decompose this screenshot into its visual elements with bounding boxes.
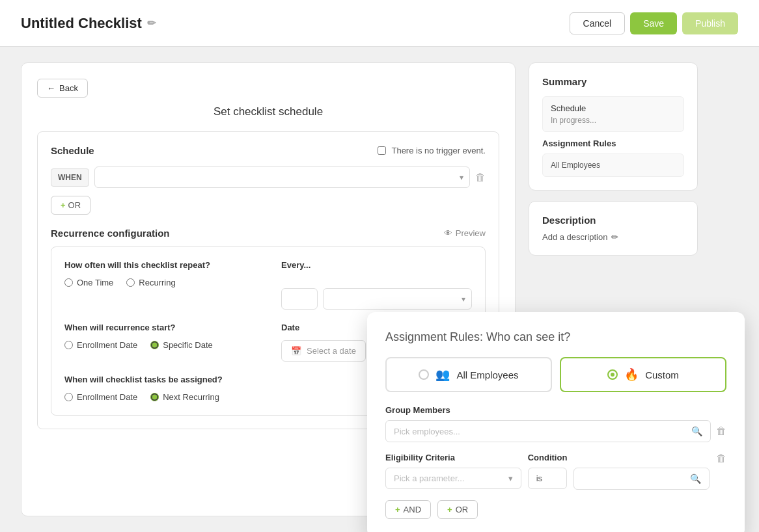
or2-button[interactable]: + OR [437,500,478,519]
recurring-radio[interactable] [126,278,135,287]
date-select-button[interactable]: 📅 Select a date [281,340,366,362]
preview-link[interactable]: 👁 Preview [444,228,486,238]
add-description-label: Add a description [542,232,607,242]
schedule-summary-label: Schedule [551,103,676,113]
recurrence-title: Recurrence configuration [51,228,170,239]
schedule-summary-item: Schedule In progress... [542,96,684,132]
custom-icon: 🔥 [624,367,639,382]
enrollment-date2-radio[interactable] [64,393,73,401]
every-row: ▾ [281,288,472,310]
recurrence-row-1: How often will this checklist repeat? On… [64,260,472,310]
summary-title: Summary [542,76,684,87]
when-start-label: When will recurrence start? [64,323,255,332]
and-button[interactable]: + AND [385,500,431,519]
assignment-rules-section: Assignment Rules All Employees [542,139,684,177]
is-badge: is [528,468,568,489]
back-arrow-icon: ← [47,83,55,93]
description-card: Description Add a description ✏ [529,201,698,256]
condition-value-input[interactable]: 🔍 [573,468,710,490]
employees-search-icon: 🔍 [691,426,702,436]
pick-employees-placeholder: Pick employees... [394,427,460,436]
delete-when-icon[interactable]: 🗑 [475,172,486,183]
enrollment-date2-label: Enrollment Date [77,392,137,402]
calendar-icon: 📅 [291,346,301,356]
schedule-header: Schedule There is no trigger event. [51,145,486,156]
assignment-rules-overlay: Assignment Rules: Who can see it? 👥 All … [367,312,745,532]
back-button[interactable]: ← Back [37,79,88,98]
one-time-label: One Time [77,278,113,287]
overlay-title: Assignment Rules: Who can see it? [385,330,726,344]
when-start-col: When will recurrence start? Enrollment D… [64,323,255,362]
summary-card: Summary Schedule In progress... Assignme… [529,62,698,191]
recurring-label: Recurring [139,278,175,287]
when-select[interactable] [94,166,470,188]
specific-date-label: Specific Date [163,340,213,350]
one-time-radio-item[interactable]: One Time [64,278,113,287]
next-recurring-radio-item[interactable]: Next Recurring [150,392,219,402]
next-recurring-radio[interactable] [150,393,159,401]
group-members-input-row: Pick employees... 🔍 🗑 [385,420,726,442]
param-placeholder: Pick a parameter... [394,473,504,483]
next-recurring-label: Next Recurring [163,392,219,402]
eligibility-param-select[interactable]: Pick a parameter... ▾ [385,468,521,489]
every-col: Every... ▾ [281,260,472,310]
all-employees-icon: 👥 [435,367,450,382]
delete-employees-icon[interactable]: 🗑 [716,425,726,437]
or-label: OR [68,200,81,210]
eligibility-criteria-col: Eligibility Criteria Pick a parameter...… [385,453,521,489]
assignment-rules-item: All Employees [542,153,684,177]
schedule-summary-value: In progress... [551,116,676,125]
group-members-section: Group Members Pick employees... 🔍 🗑 [385,405,726,442]
enrollment-date-radio[interactable] [64,341,73,349]
how-often-col: How often will this checklist repeat? On… [64,260,255,310]
enrollment-date-radio-item[interactable]: Enrollment Date [64,340,137,350]
trigger-checkbox-label[interactable]: There is no trigger event. [378,146,486,155]
recurrence-header: Recurrence configuration 👁 Preview [51,228,486,239]
enrollment-date-label: Enrollment Date [77,340,137,350]
select-date-label: Select a date [307,346,356,356]
assignment-rules-label: Assignment Rules [542,139,684,148]
specific-date-radio[interactable] [150,341,159,349]
and-label: AND [404,505,421,514]
recurring-radio-item[interactable]: Recurring [126,278,175,287]
eligibility-criteria-label: Eligibility Criteria [385,453,521,462]
trigger-checkbox-input[interactable] [378,146,386,155]
pick-employees-input[interactable]: Pick employees... 🔍 [385,420,711,442]
assignment-rules-value: All Employees [551,161,676,170]
publish-button[interactable]: Publish [682,12,738,34]
every-label: Every... [281,260,472,270]
param-arrow-icon: ▾ [508,473,513,483]
edit-title-icon[interactable]: ✏ [147,17,156,29]
cancel-button[interactable]: Cancel [570,12,626,34]
or-plus-icon: + [61,200,66,210]
enrollment-date2-radio-item[interactable]: Enrollment Date [64,392,137,402]
description-title: Description [542,215,684,226]
every-number-input[interactable] [281,288,318,310]
one-time-radio[interactable] [64,278,73,287]
panel-title: Set checklist schedule [37,105,499,118]
assignment-toggle-row: 👥 All Employees 🔥 Custom [385,357,726,392]
page-title: Untitled Checklist [21,15,142,32]
start-radio-group: Enrollment Date Specific Date [64,340,255,350]
add-description-button[interactable]: Add a description ✏ [542,232,684,242]
when-row: WHEN ▾ 🗑 [51,166,486,188]
or-button[interactable]: + OR [51,196,90,215]
save-button[interactable]: Save [630,12,677,34]
eligibility-section: Eligibility Criteria Pick a parameter...… [385,453,726,490]
or2-plus-icon: + [447,505,452,514]
back-label: Back [59,83,78,93]
condition-value-spacer [573,453,710,462]
header: Untitled Checklist ✏ Cancel Save Publish [0,0,759,47]
custom-toggle[interactable]: 🔥 Custom [560,357,726,392]
condition-is-col: Condition is [528,453,568,489]
preview-label: Preview [456,228,486,238]
or2-label: OR [456,505,469,514]
when-badge: WHEN [51,168,89,187]
overlay-title-sub: Who can see it? [486,330,570,343]
every-period-select[interactable] [323,288,472,310]
how-often-label: How often will this checklist repeat? [64,260,255,270]
specific-date-radio-item[interactable]: Specific Date [150,340,213,350]
delete-eligibility-icon[interactable]: 🗑 [716,453,726,464]
action-buttons: + AND + OR [385,500,726,519]
all-employees-toggle[interactable]: 👥 All Employees [385,357,552,392]
